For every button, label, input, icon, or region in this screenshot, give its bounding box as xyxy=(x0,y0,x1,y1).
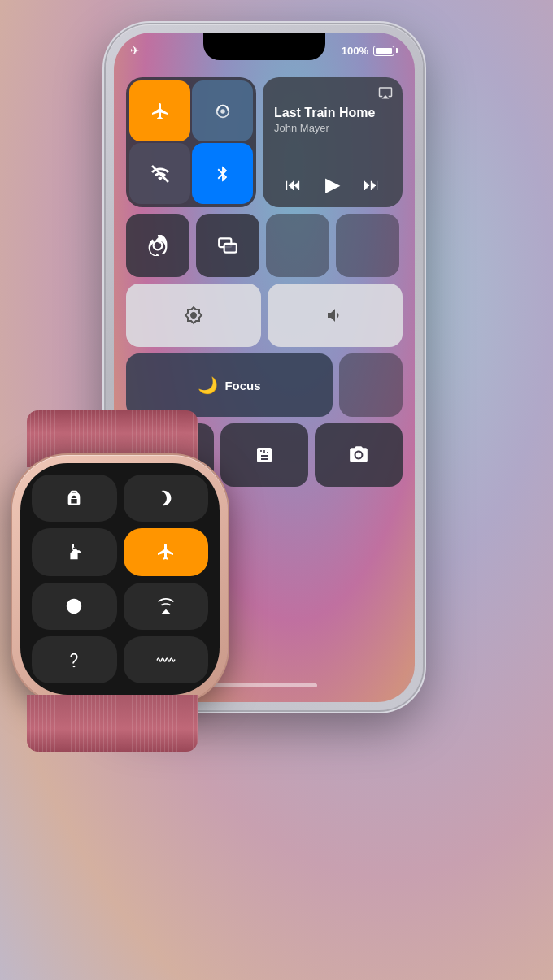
watch-airplay-button[interactable] xyxy=(124,583,209,630)
connectivity-block xyxy=(126,77,256,207)
svg-point-1 xyxy=(220,109,225,114)
watch-noise-button[interactable] xyxy=(124,636,209,683)
music-artist-name: John Mayer xyxy=(274,122,391,134)
watch-sleep-button[interactable] xyxy=(124,475,209,522)
fast-forward-button[interactable]: ⏭ xyxy=(364,176,380,194)
iphone-notch xyxy=(203,33,325,60)
play-button[interactable]: ▶ xyxy=(325,173,340,196)
empty-control-1[interactable] xyxy=(266,214,329,277)
focus-row: 🌙 Focus xyxy=(126,353,403,417)
volume-slider[interactable] xyxy=(268,284,403,347)
airplane-mode-button[interactable] xyxy=(129,80,190,141)
bluetooth-button[interactable] xyxy=(192,143,253,204)
music-player: Last Train Home John Mayer ⏮ ▶ ⏭ xyxy=(263,77,403,207)
second-row xyxy=(126,214,403,277)
music-controls: ⏮ ▶ ⏭ xyxy=(274,167,391,196)
music-song-title: Last Train Home xyxy=(274,105,391,120)
airplane-mode-status-icon: ✈ xyxy=(130,44,140,57)
airplay-icon[interactable] xyxy=(378,85,393,103)
rewind-button[interactable]: ⏮ xyxy=(285,176,302,194)
watch-screen xyxy=(20,463,220,695)
empty-focus-right[interactable] xyxy=(339,353,403,417)
wifi-button[interactable] xyxy=(129,143,190,204)
sliders-row xyxy=(126,284,403,347)
focus-button[interactable]: 🌙 Focus xyxy=(126,353,333,417)
battery-percentage: 100% xyxy=(342,45,368,57)
focus-label: Focus xyxy=(224,379,260,392)
scene: ✈ 100% xyxy=(0,0,553,980)
screen-mirror-button[interactable] xyxy=(196,214,259,277)
cellular-button[interactable] xyxy=(192,80,253,141)
watch-water-lock-button[interactable] xyxy=(32,583,117,630)
watch-airplane-mode-button[interactable] xyxy=(124,528,209,575)
status-right: 100% xyxy=(342,45,398,57)
moon-icon: 🌙 xyxy=(198,375,218,395)
watch-walkie-talkie-button[interactable] xyxy=(32,475,117,522)
svg-rect-4 xyxy=(224,244,237,253)
watch-flashlight-button[interactable] xyxy=(32,528,117,575)
calculator-button[interactable] xyxy=(220,423,308,487)
apple-watch-device xyxy=(12,455,228,707)
status-left: ✈ xyxy=(130,44,140,57)
brightness-slider[interactable] xyxy=(126,284,261,347)
watch-case xyxy=(12,455,228,703)
top-row: Last Train Home John Mayer ⏮ ▶ ⏭ xyxy=(126,77,403,207)
empty-control-2[interactable] xyxy=(336,214,399,277)
camera-button[interactable] xyxy=(315,423,403,487)
watch-hearing-button[interactable] xyxy=(32,636,117,683)
rotation-lock-button[interactable] xyxy=(126,214,189,277)
battery-icon xyxy=(373,46,398,56)
